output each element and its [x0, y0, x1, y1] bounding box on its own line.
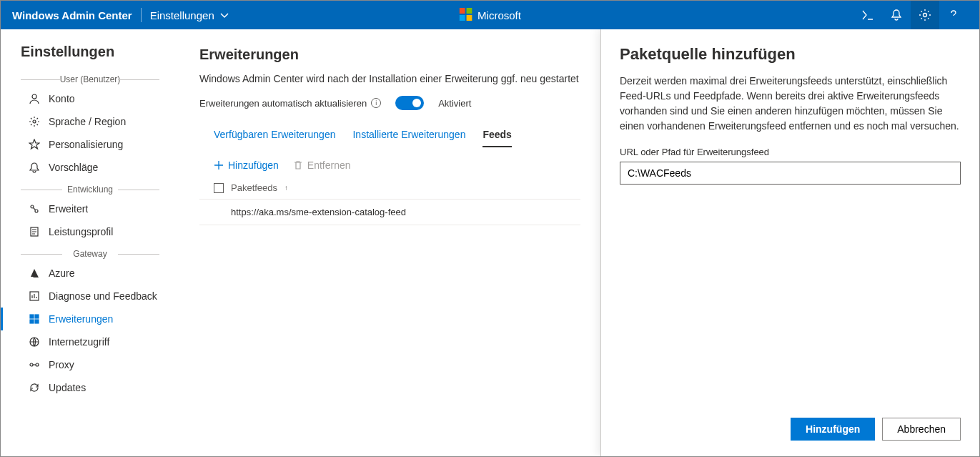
brand: Microsoft	[459, 8, 521, 23]
svg-point-7	[31, 205, 34, 208]
notification-icon[interactable]	[882, 1, 911, 29]
auto-update-toggle[interactable]	[395, 96, 424, 110]
microsoft-logo-icon	[459, 8, 472, 23]
nav-vorschlaege[interactable]: Vorschläge	[1, 156, 179, 179]
auto-update-label: Erweiterungen automatisch aktualisieren …	[199, 98, 381, 109]
nav-internet[interactable]: Internetzugriff	[1, 330, 179, 353]
submit-button[interactable]: Hinzufügen	[791, 418, 875, 441]
input-label: URL oder Pfad für Erweiterungsfeed	[620, 147, 961, 157]
refresh-icon	[29, 382, 40, 393]
svg-point-16	[30, 363, 33, 366]
svg-rect-0	[459, 8, 465, 14]
plus-icon	[214, 160, 224, 170]
svg-rect-13	[30, 320, 34, 323]
nav-erweiterungen[interactable]: Erweiterungen	[1, 308, 179, 330]
select-all-checkbox[interactable]	[214, 183, 224, 193]
bell-icon	[29, 162, 40, 173]
nav-personalisierung[interactable]: Personalisierung	[1, 133, 179, 156]
topbar-left: Windows Admin Center Einstellungen	[12, 8, 230, 22]
svg-rect-14	[35, 320, 39, 323]
svg-point-4	[924, 14, 927, 17]
breadcrumb-settings[interactable]: Einstellungen	[150, 9, 230, 21]
tab-installed[interactable]: Installierte Erweiterungen	[352, 123, 465, 147]
tab-feeds[interactable]: Feeds	[482, 123, 511, 147]
panel-footer: Hinzufügen Abbrechen	[620, 418, 961, 441]
svg-rect-3	[466, 15, 472, 21]
feed-url-input[interactable]	[620, 162, 961, 185]
table-row[interactable]: https://aka.ms/sme-extension-catalog-fee…	[199, 200, 580, 225]
nav-label: Diagnose und Feedback	[49, 290, 157, 302]
svg-rect-1	[466, 8, 472, 14]
document-icon	[29, 226, 40, 237]
nav-konto[interactable]: Konto	[1, 87, 179, 110]
sort-ascending-icon: ↑	[284, 184, 288, 192]
nav-label: Proxy	[49, 359, 74, 370]
star-icon	[29, 139, 40, 150]
console-icon[interactable]	[853, 1, 882, 29]
toggle-state: Aktiviert	[438, 98, 471, 109]
side-panel: Paketquelle hinzufügen Derzeit werden ma…	[600, 29, 979, 456]
main: Erweiterungen Windows Admin Center wird …	[179, 29, 600, 456]
topbar-right	[853, 1, 968, 29]
tabs: Verfügbaren Erweiterungen Installierte E…	[199, 123, 580, 148]
nav-label: Konto	[49, 93, 75, 104]
nav-sprache[interactable]: Sprache / Region	[1, 110, 179, 133]
nav-erweitert[interactable]: Erweitert	[1, 197, 179, 220]
trash-icon	[293, 160, 303, 170]
azure-icon	[29, 267, 40, 279]
nav-label: Sprache / Region	[49, 116, 126, 127]
divider	[141, 8, 142, 22]
main-subtitle: Windows Admin Center wird nach der Insta…	[199, 73, 580, 84]
section-gateway: Gateway	[21, 249, 159, 259]
svg-rect-2	[459, 15, 465, 21]
page-heading: Einstellungen	[1, 44, 179, 69]
chevron-down-icon	[219, 9, 230, 21]
wrench-icon	[29, 203, 40, 215]
section-user: User (Benutzer)	[21, 74, 159, 84]
nav-azure[interactable]: Azure	[1, 262, 179, 285]
cancel-button[interactable]: Abbrechen	[882, 418, 961, 441]
nav-diagnose[interactable]: Diagnose und Feedback	[1, 285, 179, 308]
nav-label: Personalisierung	[49, 139, 123, 150]
main-heading: Erweiterungen	[199, 46, 580, 63]
info-icon[interactable]: i	[371, 98, 381, 108]
nav-label: Internetzugriff	[49, 336, 109, 348]
sidebar: Einstellungen User (Benutzer) Konto Spra…	[1, 29, 179, 456]
nav-updates[interactable]: Updates	[1, 376, 179, 399]
nav-label: Vorschläge	[49, 162, 98, 173]
svg-rect-12	[35, 315, 39, 318]
app-title[interactable]: Windows Admin Center	[12, 9, 132, 21]
proxy-icon	[29, 359, 40, 370]
panel-description: Derzeit werden maximal drei Erweiterungs…	[620, 74, 961, 134]
svg-rect-11	[30, 315, 34, 318]
add-button[interactable]: Hinzufügen	[214, 159, 279, 171]
globe-icon	[29, 336, 40, 348]
tab-available[interactable]: Verfügbaren Erweiterungen	[214, 123, 335, 147]
help-icon[interactable]	[939, 1, 968, 29]
breadcrumb-label: Einstellungen	[150, 9, 214, 21]
nav-label: Azure	[49, 267, 75, 279]
nav-label: Updates	[49, 382, 86, 393]
auto-update-row: Erweiterungen automatisch aktualisieren …	[199, 96, 580, 110]
settings-icon[interactable]	[911, 1, 939, 29]
toolbar: Hinzufügen Entfernen	[199, 154, 580, 177]
topbar: Windows Admin Center Einstellungen Micro…	[1, 1, 979, 29]
nav-proxy[interactable]: Proxy	[1, 353, 179, 376]
column-header[interactable]: Paketfeeds	[231, 182, 277, 193]
panel-heading: Paketquelle hinzufügen	[620, 45, 961, 64]
person-icon	[29, 93, 40, 104]
gear-icon	[29, 116, 40, 127]
chart-icon	[29, 290, 40, 302]
svg-point-8	[35, 210, 38, 212]
nav-label: Leistungsprofil	[49, 226, 113, 237]
brand-label: Microsoft	[477, 9, 521, 21]
svg-point-5	[32, 94, 36, 99]
nav-label: Erweitert	[49, 203, 88, 215]
svg-point-6	[33, 120, 36, 123]
svg-point-17	[36, 363, 39, 366]
nav-label: Erweiterungen	[49, 313, 113, 325]
table-header: Paketfeeds ↑	[199, 177, 580, 200]
nav-leistung[interactable]: Leistungsprofil	[1, 220, 179, 243]
content: Einstellungen User (Benutzer) Konto Spra…	[1, 29, 979, 456]
remove-button: Entfernen	[293, 159, 351, 171]
